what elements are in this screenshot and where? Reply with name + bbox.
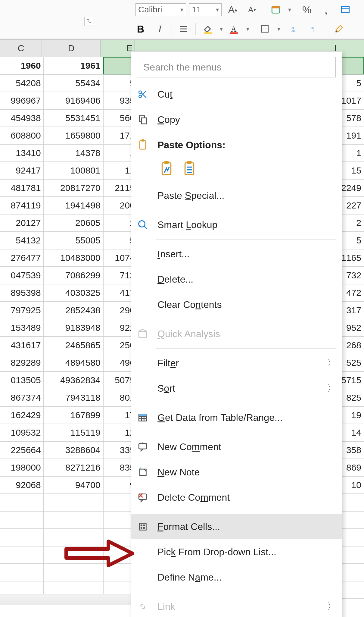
menu-sort[interactable]: Sort 〉 — [131, 376, 342, 401]
cell[interactable]: 996967 — [0, 92, 44, 109]
menu-smart-lookup[interactable]: i Smart Lookup — [131, 212, 342, 237]
chevron-down-icon[interactable]: ▾ — [276, 25, 280, 33]
chevron-down-icon[interactable]: ▾ — [219, 25, 223, 33]
cell[interactable]: 454938 — [0, 109, 44, 127]
cell[interactable]: 162429 — [0, 406, 44, 424]
col-header-C[interactable]: C — [0, 39, 42, 57]
cell[interactable] — [44, 494, 103, 511]
col-header-D[interactable]: D — [42, 39, 100, 57]
cell[interactable]: 92068 — [0, 476, 44, 494]
menu-copy[interactable]: Copy — [131, 107, 342, 132]
cell[interactable] — [0, 511, 44, 529]
cell[interactable]: 198000 — [0, 459, 44, 476]
menu-insert[interactable]: Insert... — [131, 241, 342, 267]
cell[interactable]: 54208 — [0, 74, 44, 92]
cell[interactable]: 13410 — [0, 144, 44, 162]
menu-filter[interactable]: Filter 〉 — [131, 350, 342, 376]
cell[interactable]: 94700 — [44, 476, 103, 494]
menu-search-input[interactable]: Search the menus — [137, 57, 336, 77]
cell[interactable]: 92417 — [0, 162, 44, 179]
comma-format-icon[interactable]: , — [318, 3, 334, 17]
bold-button[interactable]: B — [132, 22, 149, 36]
cell[interactable]: 10483000 — [44, 249, 103, 267]
cell[interactable]: 4030325 — [44, 284, 103, 302]
format-painter-icon[interactable] — [331, 22, 347, 36]
cell[interactable]: 55005 — [44, 232, 103, 249]
menu-paste-special[interactable]: Paste Special... — [131, 183, 342, 208]
conditional-formatting-icon[interactable] — [268, 3, 284, 17]
cell[interactable]: 1941498 — [44, 197, 103, 214]
menu-cut[interactable]: Cut — [131, 82, 342, 107]
cell[interactable] — [44, 511, 103, 529]
paste-default-icon[interactable] — [159, 160, 174, 177]
dialog-launcher-icon[interactable] — [84, 17, 93, 26]
cell[interactable]: 109532 — [0, 424, 44, 441]
menu-new-comment[interactable]: + New Comment — [131, 434, 342, 459]
cell[interactable]: 013505 — [0, 371, 44, 389]
cell[interactable]: 153489 — [0, 319, 44, 337]
align-icon[interactable] — [176, 22, 192, 36]
menu-pick-list[interactable]: Pick From Drop-down List... — [131, 539, 342, 565]
cell[interactable]: 1659800 — [44, 127, 103, 144]
chevron-down-icon[interactable]: ▾ — [245, 25, 249, 33]
cell[interactable]: 7086299 — [44, 267, 103, 284]
cell[interactable]: 047539 — [0, 267, 44, 284]
font-color-icon[interactable]: A — [226, 22, 242, 36]
percent-format-icon[interactable]: % — [299, 3, 315, 17]
increase-decimal-icon[interactable]: ←0.00 — [288, 22, 304, 36]
menu-delete[interactable]: Delete... — [131, 267, 342, 292]
font-name-combo[interactable]: Calibri ▾ — [135, 3, 186, 16]
cell[interactable]: 2465865 — [44, 337, 103, 354]
cell[interactable]: 431617 — [0, 337, 44, 354]
menu-define-name[interactable]: Define Name... — [131, 565, 342, 590]
menu-format-cells[interactable]: Format Cells... — [131, 514, 342, 539]
cell[interactable] — [0, 529, 44, 546]
cell[interactable]: 874119 — [0, 197, 44, 214]
cell[interactable]: 5531451 — [44, 109, 103, 127]
cell[interactable]: 20127 — [0, 214, 44, 232]
cell[interactable]: 276477 — [0, 249, 44, 267]
cell[interactable]: 797925 — [0, 302, 44, 319]
cell[interactable] — [0, 546, 44, 564]
cell[interactable]: 481781 — [0, 179, 44, 197]
cell[interactable]: 9183948 — [44, 319, 103, 337]
col-header-E[interactable]: E — [101, 39, 134, 57]
paste-values-icon[interactable] — [182, 160, 197, 177]
cell[interactable]: 9169406 — [44, 92, 103, 109]
cell[interactable]: 54132 — [0, 232, 44, 249]
menu-clear-contents[interactable]: Clear Contents — [131, 292, 342, 317]
cell[interactable]: 2852438 — [44, 302, 103, 319]
cell[interactable]: 1961 — [44, 57, 103, 74]
borders-icon[interactable] — [257, 22, 273, 36]
accounting-format-icon[interactable] — [337, 3, 353, 17]
cell[interactable]: 115119 — [44, 424, 103, 441]
decrease-decimal-icon[interactable]: .00→0 — [307, 22, 323, 36]
cell[interactable]: 20817270 — [44, 179, 103, 197]
font-size-combo[interactable]: 11 ▾ — [189, 3, 222, 16]
cell[interactable]: 867374 — [0, 389, 44, 406]
cell[interactable]: 49362834 — [44, 371, 103, 389]
cell[interactable]: 7943118 — [44, 389, 103, 406]
cell[interactable]: 20605 — [44, 214, 103, 232]
cell[interactable]: 55434 — [44, 74, 103, 92]
cell[interactable]: 167899 — [44, 406, 103, 424]
cell[interactable]: 829289 — [0, 354, 44, 371]
cell[interactable]: 608800 — [0, 127, 44, 144]
menu-delete-comment[interactable]: Delete Comment — [131, 485, 342, 510]
menu-new-note[interactable]: + New Note — [131, 459, 342, 485]
italic-button[interactable]: I — [152, 22, 168, 36]
cell[interactable] — [0, 494, 44, 511]
cell[interactable]: 895398 — [0, 284, 44, 302]
cell[interactable]: 14378 — [44, 144, 103, 162]
cell[interactable]: 4894580 — [44, 354, 103, 371]
cell[interactable]: 3288604 — [44, 441, 103, 459]
cell[interactable]: 8271216 — [44, 459, 103, 476]
cell[interactable]: 100801 — [44, 162, 103, 179]
cell[interactable]: 1960 — [0, 57, 44, 74]
fill-color-icon[interactable] — [199, 22, 216, 36]
chevron-down-icon[interactable]: ▾ — [287, 6, 291, 13]
cell[interactable]: 225664 — [0, 441, 44, 459]
decrease-font-icon[interactable]: A▾ — [244, 3, 260, 17]
menu-get-data[interactable]: Get Data from Table/Range... — [131, 405, 342, 430]
cell[interactable] — [0, 564, 44, 581]
